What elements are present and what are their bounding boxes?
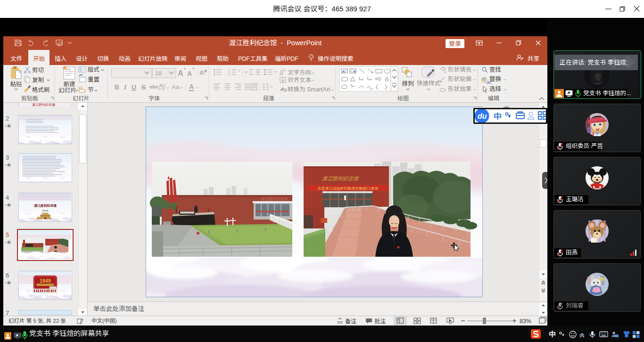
- svg-text:A: A: [199, 69, 204, 76]
- svg-text:新建: 新建: [63, 81, 75, 88]
- svg-text:渡江胜利纪念馆: 渡江胜利纪念馆: [32, 103, 55, 106]
- svg-text:A: A: [178, 69, 183, 77]
- svg-text:编辑: 编辑: [488, 95, 499, 102]
- svg-text:⁎: ⁎: [5, 281, 7, 284]
- svg-text:剪贴板: 剪贴板: [21, 95, 38, 102]
- svg-text:渡江胜利纪念馆: 渡江胜利纪念馆: [322, 174, 360, 182]
- svg-text:中: 中: [549, 330, 556, 338]
- svg-text:格式刷: 格式刷: [32, 87, 50, 93]
- svg-text:快速样式: 快速样式: [417, 80, 440, 87]
- svg-text:渡江胜利纪念馆: 渡江胜利纪念馆: [261, 196, 288, 201]
- svg-text:粘贴: 粘贴: [10, 81, 22, 88]
- svg-text:ab: ab: [481, 76, 487, 81]
- svg-text:复制: 复制: [32, 76, 44, 83]
- svg-text:剪切: 剪切: [32, 67, 44, 73]
- svg-text:abc: abc: [149, 84, 158, 90]
- svg-text:形状效果: 形状效果: [448, 85, 472, 92]
- svg-text:对齐文本: 对齐文本: [288, 77, 312, 83]
- svg-text:备注: 备注: [345, 318, 356, 325]
- svg-text:Aa: Aa: [172, 83, 180, 90]
- svg-text:⁎: ⁎: [5, 163, 7, 166]
- svg-text:选择: 选择: [489, 86, 502, 92]
- svg-text:重置: 重置: [88, 76, 99, 83]
- svg-text:⁎: ⁎: [5, 240, 7, 244]
- svg-text:B: B: [115, 83, 119, 91]
- svg-text:A: A: [283, 68, 286, 73]
- svg-text:A: A: [353, 69, 356, 73]
- svg-text:排列: 排列: [402, 81, 413, 87]
- svg-text:S: S: [141, 83, 146, 91]
- svg-text:U: U: [132, 83, 136, 91]
- svg-text:查找: 查找: [489, 66, 501, 73]
- svg-text:字体: 字体: [149, 95, 160, 102]
- svg-text:du: du: [478, 112, 487, 120]
- svg-text:中: 中: [494, 110, 502, 122]
- svg-text:李钰煊: 李钰煊: [42, 209, 49, 212]
- svg-text:1949: 1949: [40, 278, 51, 284]
- svg-text:批注: 批注: [374, 318, 386, 325]
- svg-text:⁎: ⁎: [5, 203, 7, 206]
- svg-text:形状轮廓: 形状轮廓: [448, 75, 471, 82]
- svg-text:绘图: 绘图: [397, 95, 409, 102]
- svg-text:AV: AV: [159, 83, 166, 89]
- svg-text:渡江胜利纪念馆: 渡江胜利纪念馆: [34, 203, 57, 208]
- svg-text:版式: 版式: [88, 66, 99, 73]
- svg-text:⁎: ⁎: [5, 124, 7, 127]
- svg-text:A: A: [187, 70, 192, 77]
- svg-text:幻灯片: 幻灯片: [73, 95, 90, 102]
- svg-text:83%: 83%: [520, 318, 531, 325]
- svg-text:18: 18: [155, 70, 162, 77]
- svg-text:A: A: [342, 69, 345, 73]
- svg-text:段落: 段落: [263, 95, 274, 102]
- svg-text:庆祝渡江战役胜利暨南京解放71周年: 庆祝渡江战役胜利暨南京解放71周年: [318, 186, 379, 191]
- svg-text:A: A: [189, 83, 194, 90]
- svg-text:节: 节: [88, 87, 94, 93]
- svg-text:文字方向: 文字方向: [288, 69, 311, 76]
- svg-text:替换: 替换: [489, 75, 502, 82]
- svg-text:I: I: [124, 84, 127, 91]
- svg-text:形状填充: 形状填充: [448, 66, 472, 73]
- svg-text:幻灯片: 幻灯片: [58, 87, 76, 94]
- svg-text:转换为 SmartArt: 转换为 SmartArt: [288, 86, 330, 93]
